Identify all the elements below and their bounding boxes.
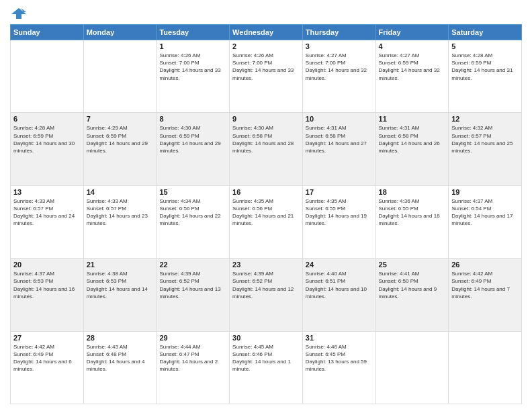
day-number: 11 (379, 115, 446, 123)
day-number: 5 (451, 42, 519, 50)
calendar-cell: 23Sunrise: 4:39 AM Sunset: 6:52 PM Dayli… (230, 259, 303, 331)
cell-info: Sunrise: 4:46 AM Sunset: 6:45 PM Dayligh… (306, 343, 373, 373)
day-number: 12 (451, 115, 519, 123)
cell-info: Sunrise: 4:39 AM Sunset: 6:52 PM Dayligh… (232, 270, 300, 300)
calendar-cell: 21Sunrise: 4:38 AM Sunset: 6:53 PM Dayli… (83, 259, 157, 331)
day-number: 25 (379, 261, 446, 269)
calendar-cell: 13Sunrise: 4:33 AM Sunset: 6:57 PM Dayli… (11, 185, 84, 258)
day-number: 21 (87, 261, 154, 269)
page: SundayMondayTuesdayWednesdayThursdayFrid… (0, 0, 532, 411)
cell-info: Sunrise: 4:27 AM Sunset: 6:59 PM Dayligh… (379, 52, 446, 82)
day-number: 30 (232, 334, 300, 342)
cell-info: Sunrise: 4:30 AM Sunset: 6:59 PM Dayligh… (159, 124, 226, 154)
cell-info: Sunrise: 4:33 AM Sunset: 6:57 PM Dayligh… (87, 197, 154, 228)
calendar-cell: 20Sunrise: 4:37 AM Sunset: 6:53 PM Dayli… (11, 259, 84, 331)
day-number: 18 (379, 188, 446, 196)
calendar-cell: 28Sunrise: 4:43 AM Sunset: 6:48 PM Dayli… (83, 331, 157, 404)
day-number: 1 (159, 42, 226, 50)
day-number: 7 (87, 115, 154, 123)
calendar-cell: 16Sunrise: 4:35 AM Sunset: 6:56 PM Dayli… (230, 185, 303, 258)
cell-info: Sunrise: 4:28 AM Sunset: 6:59 PM Dayligh… (451, 52, 519, 82)
cell-info: Sunrise: 4:37 AM Sunset: 6:53 PM Dayligh… (13, 270, 81, 300)
calendar-cell: 18Sunrise: 4:36 AM Sunset: 6:55 PM Dayli… (375, 185, 449, 258)
calendar-cell: 25Sunrise: 4:41 AM Sunset: 6:50 PM Dayli… (375, 259, 449, 331)
calendar-cell: 8Sunrise: 4:30 AM Sunset: 6:59 PM Daylig… (157, 113, 230, 185)
cell-info: Sunrise: 4:45 AM Sunset: 6:46 PM Dayligh… (232, 343, 300, 373)
weekday-header: Tuesday (157, 25, 230, 40)
calendar-cell: 5Sunrise: 4:28 AM Sunset: 6:59 PM Daylig… (449, 40, 522, 113)
day-number: 26 (451, 261, 519, 269)
calendar-cell: 10Sunrise: 4:31 AM Sunset: 6:58 PM Dayli… (302, 113, 375, 185)
day-number: 27 (13, 334, 81, 342)
day-number: 19 (451, 188, 519, 196)
day-number: 15 (159, 188, 226, 196)
calendar-cell: 22Sunrise: 4:39 AM Sunset: 6:52 PM Dayli… (157, 259, 230, 331)
cell-info: Sunrise: 4:42 AM Sunset: 6:49 PM Dayligh… (451, 270, 519, 300)
day-number: 23 (232, 261, 300, 269)
day-number: 6 (13, 115, 81, 123)
calendar-cell (449, 331, 522, 404)
day-number: 10 (306, 115, 373, 123)
calendar-cell: 3Sunrise: 4:27 AM Sunset: 7:00 PM Daylig… (302, 40, 375, 113)
day-number: 2 (232, 42, 300, 50)
calendar-cell: 9Sunrise: 4:30 AM Sunset: 6:58 PM Daylig… (230, 113, 303, 185)
cell-info: Sunrise: 4:26 AM Sunset: 7:00 PM Dayligh… (159, 52, 226, 82)
header (10, 7, 522, 19)
day-number: 31 (306, 334, 373, 342)
cell-info: Sunrise: 4:33 AM Sunset: 6:57 PM Dayligh… (13, 197, 81, 228)
calendar-week-row: 1Sunrise: 4:26 AM Sunset: 7:00 PM Daylig… (11, 40, 522, 113)
day-number: 4 (379, 42, 446, 50)
cell-info: Sunrise: 4:31 AM Sunset: 6:58 PM Dayligh… (306, 124, 373, 154)
calendar-cell: 29Sunrise: 4:44 AM Sunset: 6:47 PM Dayli… (157, 331, 230, 404)
day-number: 14 (87, 188, 154, 196)
day-number: 28 (87, 334, 154, 342)
calendar-cell: 7Sunrise: 4:29 AM Sunset: 6:59 PM Daylig… (83, 113, 157, 185)
day-number: 8 (159, 115, 226, 123)
cell-info: Sunrise: 4:30 AM Sunset: 6:58 PM Dayligh… (232, 124, 300, 154)
calendar-cell: 12Sunrise: 4:32 AM Sunset: 6:57 PM Dayli… (449, 113, 522, 185)
calendar-week-row: 20Sunrise: 4:37 AM Sunset: 6:53 PM Dayli… (11, 259, 522, 331)
cell-info: Sunrise: 4:26 AM Sunset: 7:00 PM Dayligh… (232, 52, 300, 82)
day-number: 16 (232, 188, 300, 196)
cell-info: Sunrise: 4:35 AM Sunset: 6:55 PM Dayligh… (306, 197, 373, 228)
calendar-week-row: 13Sunrise: 4:33 AM Sunset: 6:57 PM Dayli… (11, 185, 522, 258)
calendar-cell: 17Sunrise: 4:35 AM Sunset: 6:55 PM Dayli… (302, 185, 375, 258)
calendar-cell: 30Sunrise: 4:45 AM Sunset: 6:46 PM Dayli… (230, 331, 303, 404)
calendar-header-row: SundayMondayTuesdayWednesdayThursdayFrid… (11, 25, 522, 40)
calendar-cell: 15Sunrise: 4:34 AM Sunset: 6:56 PM Dayli… (157, 185, 230, 258)
cell-info: Sunrise: 4:32 AM Sunset: 6:57 PM Dayligh… (451, 124, 519, 154)
calendar-cell: 4Sunrise: 4:27 AM Sunset: 6:59 PM Daylig… (375, 40, 449, 113)
cell-info: Sunrise: 4:37 AM Sunset: 6:54 PM Dayligh… (451, 197, 519, 228)
weekday-header: Friday (375, 25, 449, 40)
calendar-cell: 27Sunrise: 4:42 AM Sunset: 6:49 PM Dayli… (11, 331, 84, 404)
weekday-header: Sunday (11, 25, 84, 40)
calendar-cell: 26Sunrise: 4:42 AM Sunset: 6:49 PM Dayli… (449, 259, 522, 331)
day-number: 3 (306, 42, 373, 50)
cell-info: Sunrise: 4:38 AM Sunset: 6:53 PM Dayligh… (87, 270, 154, 300)
day-number: 13 (13, 188, 81, 196)
cell-info: Sunrise: 4:41 AM Sunset: 6:50 PM Dayligh… (379, 270, 446, 300)
day-number: 29 (159, 334, 226, 342)
calendar-cell: 19Sunrise: 4:37 AM Sunset: 6:54 PM Dayli… (449, 185, 522, 258)
cell-info: Sunrise: 4:39 AM Sunset: 6:52 PM Dayligh… (159, 270, 226, 300)
calendar-cell: 24Sunrise: 4:40 AM Sunset: 6:51 PM Dayli… (302, 259, 375, 331)
calendar-cell: 14Sunrise: 4:33 AM Sunset: 6:57 PM Dayli… (83, 185, 157, 258)
day-number: 22 (159, 261, 226, 269)
logo-bird-icon (11, 7, 26, 21)
day-number: 9 (232, 115, 300, 123)
weekday-header: Monday (83, 25, 157, 40)
weekday-header: Wednesday (230, 25, 303, 40)
cell-info: Sunrise: 4:27 AM Sunset: 7:00 PM Dayligh… (306, 52, 373, 82)
cell-info: Sunrise: 4:44 AM Sunset: 6:47 PM Dayligh… (159, 343, 226, 373)
cell-info: Sunrise: 4:29 AM Sunset: 6:59 PM Dayligh… (87, 124, 154, 154)
logo (10, 7, 26, 19)
cell-info: Sunrise: 4:40 AM Sunset: 6:51 PM Dayligh… (306, 270, 373, 300)
calendar-cell: 11Sunrise: 4:31 AM Sunset: 6:58 PM Dayli… (375, 113, 449, 185)
calendar-cell: 2Sunrise: 4:26 AM Sunset: 7:00 PM Daylig… (230, 40, 303, 113)
day-number: 20 (13, 261, 81, 269)
cell-info: Sunrise: 4:31 AM Sunset: 6:58 PM Dayligh… (379, 124, 446, 154)
cell-info: Sunrise: 4:43 AM Sunset: 6:48 PM Dayligh… (87, 343, 154, 373)
cell-info: Sunrise: 4:34 AM Sunset: 6:56 PM Dayligh… (159, 197, 226, 228)
weekday-header: Saturday (449, 25, 522, 40)
calendar-cell (11, 40, 84, 113)
